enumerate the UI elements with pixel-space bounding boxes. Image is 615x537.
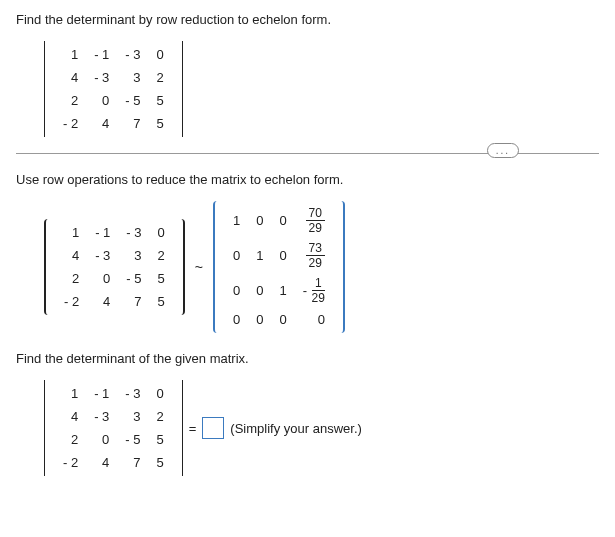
cell: 3 [118, 244, 149, 267]
cell: - 5 [117, 428, 148, 451]
cell: - 2 [56, 290, 87, 313]
cell: - 5 [117, 89, 148, 112]
cell: 4 [86, 112, 117, 135]
equals-sign: = [189, 421, 197, 436]
cell: 1 [55, 382, 86, 405]
cell: - 3 [117, 43, 148, 66]
cell: 5 [149, 451, 172, 474]
matrix-original: 1 - 1 - 3 0 4 - 3 3 2 2 0 - 5 5 - 2 4 7 [44, 41, 599, 137]
cell: - 3 [118, 221, 149, 244]
cell: - 3 [87, 244, 118, 267]
cell: 0 [271, 308, 294, 331]
cell: - 1 [86, 382, 117, 405]
cell: 0 [271, 238, 294, 273]
cell: 2 [56, 267, 87, 290]
row-reduction-display: 1 - 1 - 3 0 4 - 3 3 2 2 0 - 5 5 - 2 4 7 [44, 201, 599, 333]
cell: - 3 [117, 382, 148, 405]
cell: 0 [248, 308, 271, 331]
cell: 4 [56, 244, 87, 267]
matrix-left: 1 - 1 - 3 0 4 - 3 3 2 2 0 - 5 5 - 2 4 7 [44, 219, 185, 315]
cell: - 2 [55, 112, 86, 135]
cell: 0 [295, 308, 333, 331]
more-icon[interactable]: ... [487, 143, 519, 158]
cell: 1 [271, 273, 294, 308]
cell: - 5 [118, 267, 149, 290]
cell: 0 [86, 428, 117, 451]
cell: 1 [225, 203, 248, 238]
cell: 5 [150, 267, 173, 290]
instruction-1: Find the determinant by row reduction to… [16, 12, 599, 27]
cell: 3 [117, 405, 148, 428]
cell: 5 [149, 89, 172, 112]
cell: 2 [149, 66, 172, 89]
cell: - 3 [86, 405, 117, 428]
determinant-equation: 1 - 1 - 3 0 4 - 3 3 2 2 0 - 5 5 - 2 4 7 [44, 380, 599, 476]
cell: 0 [150, 221, 173, 244]
instruction-2: Use row operations to reduce the matrix … [16, 172, 599, 187]
cell: 73 29 [295, 238, 333, 273]
cell: 70 29 [295, 203, 333, 238]
cell: 7 [118, 290, 149, 313]
cell: 0 [225, 308, 248, 331]
cell: 5 [150, 290, 173, 313]
cell: 4 [86, 451, 117, 474]
cell: 5 [149, 112, 172, 135]
cell: - 1 29 [295, 273, 333, 308]
cell: 1 [248, 238, 271, 273]
cell: - 2 [55, 451, 86, 474]
cell: 0 [86, 89, 117, 112]
cell: 0 [248, 203, 271, 238]
cell: 0 [248, 273, 271, 308]
cell: 0 [225, 238, 248, 273]
cell: 2 [55, 428, 86, 451]
cell: 0 [87, 267, 118, 290]
cell: 0 [149, 43, 172, 66]
cell: 3 [117, 66, 148, 89]
simplify-hint: (Simplify your answer.) [230, 421, 361, 436]
cell: 1 [56, 221, 87, 244]
cell: 4 [87, 290, 118, 313]
cell: 0 [271, 203, 294, 238]
cell: 2 [149, 405, 172, 428]
tilde-symbol: ~ [193, 259, 205, 275]
cell: 4 [55, 66, 86, 89]
cell: 5 [149, 428, 172, 451]
cell: 2 [55, 89, 86, 112]
cell: 4 [55, 405, 86, 428]
cell: - 1 [87, 221, 118, 244]
cell: 0 [225, 273, 248, 308]
cell: - 3 [86, 66, 117, 89]
cell: 2 [150, 244, 173, 267]
cell: 0 [149, 382, 172, 405]
answer-input[interactable] [202, 417, 224, 439]
matrix-determinant: 1 - 1 - 3 0 4 - 3 3 2 2 0 - 5 5 - 2 4 7 [44, 380, 183, 476]
cell: 1 [55, 43, 86, 66]
cell: 7 [117, 451, 148, 474]
matrix-echelon: 1 0 0 70 29 0 1 0 73 29 [213, 201, 345, 333]
cell: 7 [117, 112, 148, 135]
instruction-3: Find the determinant of the given matrix… [16, 351, 599, 366]
cell: - 1 [86, 43, 117, 66]
